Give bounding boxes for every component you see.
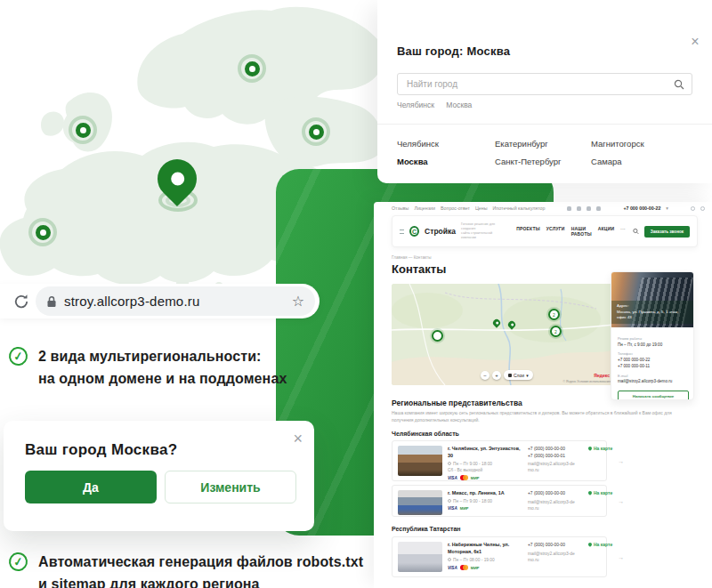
telegram-icon[interactable] <box>596 206 601 211</box>
topbar-link[interactable]: Отзывы <box>392 205 409 211</box>
divider <box>377 124 712 125</box>
cart-icon[interactable] <box>700 206 705 211</box>
row-arrow-icon[interactable]: → <box>618 498 624 504</box>
clock-icon <box>448 558 451 561</box>
search-icon[interactable] <box>674 79 684 90</box>
chevron-down-icon[interactable]: ▾ <box>666 205 668 211</box>
breadcrumb-current: Контакты <box>414 255 432 260</box>
reload-icon[interactable] <box>12 293 30 310</box>
visa-icon: VISA <box>448 566 457 570</box>
recent-city-link[interactable]: Челябинск <box>397 101 434 109</box>
nav-item[interactable]: НАШИ РАБОТЫ <box>571 226 592 237</box>
nav-item[interactable]: УСЛУГИ <box>546 226 565 237</box>
city-option[interactable]: Магнитогорск <box>591 139 644 149</box>
map-marker-ring <box>28 218 57 246</box>
office-email[interactable]: mail@stroy2.allcorp3-demo.ru <box>528 461 578 473</box>
feature-line: Автоматическая генерация файлов robots.t… <box>38 551 363 573</box>
close-icon[interactable]: × <box>687 34 703 50</box>
visa-icon: VISA <box>448 506 457 511</box>
map-cluster-marker[interactable]: 2 <box>550 326 562 337</box>
breadcrumb-home[interactable]: Главная <box>392 255 407 260</box>
feature-line: на одном домене и на поддоменах <box>38 367 287 390</box>
user-icon[interactable] <box>691 206 695 211</box>
facebook-icon[interactable] <box>577 206 581 211</box>
office-phones[interactable]: +7 (000) 000-00-00 <box>528 542 583 549</box>
topbar-link[interactable]: Цены <box>475 205 488 211</box>
office-thumbnail <box>398 490 442 515</box>
url-field[interactable]: stroy.allcorp3-demo.ru ☆ <box>36 286 315 316</box>
map-copyright: © Яндекс Условия использования <box>563 380 611 383</box>
city-select-panel: × Ваш город:Москва Челябинск Москва Челя… <box>377 0 712 183</box>
on-map-link[interactable]: На карте <box>588 490 612 495</box>
office-row[interactable]: г. Набережные Челны, ул. Моторная, 6к1 П… <box>392 536 607 577</box>
layers-button[interactable]: Слои ▾ <box>504 370 533 380</box>
nav-more[interactable]: ··· <box>620 226 626 237</box>
office-thumbnail <box>398 542 442 572</box>
office-email[interactable]: mail@stroy2.allcorp3-demo.ru <box>528 499 578 511</box>
city-option[interactable]: Челябинск <box>397 139 439 149</box>
office-address-overlay: Адрес: Москва, ул. Пушкина, д. 5, 1 этаж… <box>611 301 693 324</box>
city-option[interactable]: Екатеринбург <box>495 139 548 149</box>
city-option[interactable]: Санкт-Петербург <box>495 157 562 166</box>
pin-icon <box>587 490 593 495</box>
office-phones[interactable]: +7 (000) 000-00-00 <box>528 490 583 497</box>
current-city: Москва <box>467 44 511 58</box>
dialog-title: Ваш город Москва? <box>25 441 177 459</box>
site-nav: ПРОЕКТЫ УСЛУГИ НАШИ РАБОТЫ АКЦИИ ··· <box>516 226 626 237</box>
zoom-out-button[interactable]: − <box>481 371 490 380</box>
city-panel-title-label: Ваш город: <box>397 44 464 58</box>
city-search <box>397 73 692 95</box>
url-text[interactable]: stroy.allcorp3-demo.ru <box>64 294 285 309</box>
office-email[interactable]: mail@stroy2.allcorp3-demo.ru <box>528 551 578 563</box>
site-logo-text[interactable]: Стройка <box>425 227 456 236</box>
check-circle-icon: ✓ <box>8 346 29 367</box>
lock-icon[interactable] <box>46 295 57 308</box>
close-icon[interactable]: × <box>293 430 303 448</box>
site-topbar: Отзывы Лицензии Вопрос-ответ Цены Ипотеч… <box>392 205 705 211</box>
vk-icon[interactable] <box>567 206 571 211</box>
contacts-map[interactable]: 2 2 − + Слои ▾ Яндекс © Яндекс Условия и… <box>392 284 614 385</box>
site-logo-icon[interactable]: С <box>409 226 419 237</box>
search-icon[interactable] <box>633 228 639 235</box>
main-office-card: Адрес: Москва, ул. Пушкина, д. 5, 1 этаж… <box>611 271 694 400</box>
confirm-city-button[interactable]: Да <box>25 471 157 503</box>
zoom-in-button[interactable]: + <box>492 371 501 380</box>
on-map-link[interactable]: На карте <box>588 446 612 451</box>
layers-icon <box>508 374 512 377</box>
payment-methods: VISA МИР <box>448 506 522 511</box>
search-input[interactable] <box>405 78 674 90</box>
topbar-phone[interactable]: +7 000 000-00-22 <box>623 205 660 211</box>
row-arrow-icon[interactable]: → <box>618 458 624 464</box>
topbar-link[interactable]: Лицензии <box>414 205 435 211</box>
office-phones[interactable]: +7 (000) 000-00-00 +7 (000) 000-00-01 <box>528 446 583 459</box>
map-office-marker[interactable] <box>432 330 443 342</box>
city-option-active[interactable]: Москва <box>397 157 428 166</box>
map-provider-logo[interactable]: Яндекс <box>594 373 610 378</box>
office-row[interactable]: г. Миасс, пр. Ленина, 1А Пн – Пт 9:00 - … <box>392 485 607 517</box>
region-heading: Челябинская область <box>392 431 459 437</box>
row-arrow-icon[interactable]: → <box>618 554 624 560</box>
office-email[interactable]: mail@stroy2.allcorp3-demo.ru <box>618 379 687 385</box>
nav-item[interactable]: ПРОЕКТЫ <box>516 226 540 237</box>
office-phone[interactable]: +7 000 000-00-22+7 000 000-00-11 <box>618 358 687 370</box>
map-cluster-marker[interactable]: 2 <box>548 309 560 320</box>
map-controls: − + Слои ▾ <box>481 370 533 380</box>
region-heading: Республика Татарстан <box>392 526 461 532</box>
recent-city-link[interactable]: Москва <box>446 101 472 109</box>
topbar-link[interactable]: Ипотечный калькулятор <box>493 205 546 211</box>
topbar-link[interactable]: Вопрос-ответ <box>441 205 470 211</box>
office-row[interactable]: г. Челябинск, ул. Энтузиастов, 30 Пн – П… <box>392 440 607 481</box>
change-city-button[interactable]: Изменить <box>165 471 296 503</box>
nav-item[interactable]: АКЦИИ <box>598 226 615 237</box>
office-address: г. Набережные Челны, ул. Моторная, 6к1 <box>448 542 522 556</box>
menu-icon[interactable] <box>400 230 404 234</box>
map-marker-ring <box>302 117 330 146</box>
star-icon[interactable]: ☆ <box>292 293 304 310</box>
visa-icon: VISA <box>448 476 457 480</box>
instagram-icon[interactable] <box>587 206 591 211</box>
callback-button[interactable]: Заказать звонок <box>644 226 690 238</box>
feature-line: и sitemap для каждого региона <box>38 573 363 588</box>
write-message-button[interactable]: Написать сообщение <box>618 391 689 400</box>
city-option[interactable]: Самара <box>591 157 622 166</box>
on-map-link[interactable]: На карте <box>588 542 612 547</box>
